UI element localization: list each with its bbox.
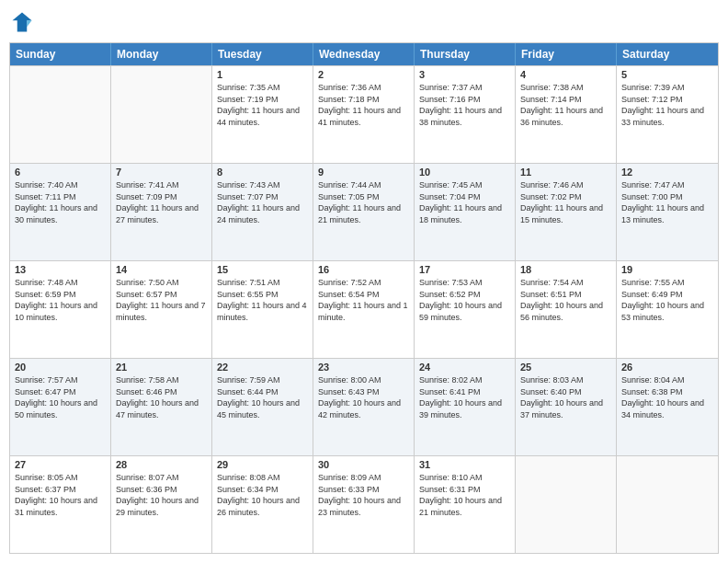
cell-info: Sunrise: 7:43 AM Sunset: 7:07 PM Dayligh… — [217, 179, 308, 225]
calendar-cell-1-0: 6Sunrise: 7:40 AM Sunset: 7:11 PM Daylig… — [10, 164, 111, 260]
cell-info: Sunrise: 7:51 AM Sunset: 6:55 PM Dayligh… — [217, 277, 308, 323]
cell-info: Sunrise: 8:03 AM Sunset: 6:40 PM Dayligh… — [520, 374, 611, 420]
calendar-cell-2-0: 13Sunrise: 7:48 AM Sunset: 6:59 PM Dayli… — [10, 261, 111, 358]
calendar-cell-3-0: 20Sunrise: 7:57 AM Sunset: 6:47 PM Dayli… — [10, 359, 111, 455]
cell-info: Sunrise: 7:54 AM Sunset: 6:51 PM Dayligh… — [520, 277, 611, 323]
cell-info: Sunrise: 7:36 AM Sunset: 7:18 PM Dayligh… — [318, 82, 409, 128]
day-number: 31 — [419, 459, 510, 470]
day-number: 21 — [116, 362, 207, 373]
calendar-cell-2-6: 19Sunrise: 7:55 AM Sunset: 6:49 PM Dayli… — [617, 261, 718, 358]
day-number: 28 — [116, 459, 207, 470]
day-number: 7 — [116, 167, 207, 178]
cell-info: Sunrise: 8:00 AM Sunset: 6:43 PM Dayligh… — [318, 374, 409, 420]
calendar-cell-3-4: 24Sunrise: 8:02 AM Sunset: 6:41 PM Dayli… — [415, 359, 516, 455]
calendar-cell-1-3: 9Sunrise: 7:44 AM Sunset: 7:05 PM Daylig… — [313, 164, 415, 260]
header-day-tuesday: Tuesday — [212, 43, 313, 65]
calendar-header: SundayMondayTuesdayWednesdayThursdayFrid… — [10, 43, 718, 65]
day-number: 13 — [15, 264, 106, 275]
calendar-cell-1-1: 7Sunrise: 7:41 AM Sunset: 7:09 PM Daylig… — [111, 164, 212, 260]
header — [9, 9, 719, 35]
calendar-cell-3-2: 22Sunrise: 7:59 AM Sunset: 6:44 PM Dayli… — [212, 359, 313, 455]
day-number: 22 — [217, 362, 308, 373]
cell-info: Sunrise: 8:05 AM Sunset: 6:37 PM Dayligh… — [15, 472, 106, 518]
cell-info: Sunrise: 7:47 AM Sunset: 7:00 PM Dayligh… — [621, 179, 713, 225]
day-number: 30 — [318, 459, 409, 470]
calendar: SundayMondayTuesdayWednesdayThursdayFrid… — [9, 42, 719, 554]
calendar-cell-4-6 — [617, 456, 718, 553]
calendar-cell-1-4: 10Sunrise: 7:45 AM Sunset: 7:04 PM Dayli… — [415, 164, 516, 260]
cell-info: Sunrise: 7:39 AM Sunset: 7:12 PM Dayligh… — [621, 82, 713, 128]
calendar-cell-4-0: 27Sunrise: 8:05 AM Sunset: 6:37 PM Dayli… — [10, 456, 111, 553]
day-number: 1 — [217, 69, 308, 80]
calendar-cell-4-2: 29Sunrise: 8:08 AM Sunset: 6:34 PM Dayli… — [212, 456, 313, 553]
calendar-cell-0-5: 4Sunrise: 7:38 AM Sunset: 7:14 PM Daylig… — [516, 66, 617, 163]
calendar-cell-0-6: 5Sunrise: 7:39 AM Sunset: 7:12 PM Daylig… — [617, 66, 718, 163]
day-number: 23 — [318, 362, 409, 373]
day-number: 12 — [621, 167, 713, 178]
calendar-cell-0-3: 2Sunrise: 7:36 AM Sunset: 7:18 PM Daylig… — [313, 66, 415, 163]
day-number: 6 — [15, 167, 106, 178]
cell-info: Sunrise: 7:52 AM Sunset: 6:54 PM Dayligh… — [318, 277, 409, 323]
calendar-cell-4-1: 28Sunrise: 8:07 AM Sunset: 6:36 PM Dayli… — [111, 456, 212, 553]
day-number: 19 — [621, 264, 713, 275]
cell-info: Sunrise: 8:09 AM Sunset: 6:33 PM Dayligh… — [318, 472, 409, 518]
cell-info: Sunrise: 7:53 AM Sunset: 6:52 PM Dayligh… — [419, 277, 510, 323]
header-day-saturday: Saturday — [617, 43, 718, 65]
cell-info: Sunrise: 7:46 AM Sunset: 7:02 PM Dayligh… — [520, 179, 611, 225]
calendar-row-3: 20Sunrise: 7:57 AM Sunset: 6:47 PM Dayli… — [10, 358, 718, 455]
page: SundayMondayTuesdayWednesdayThursdayFrid… — [0, 0, 728, 563]
cell-info: Sunrise: 7:40 AM Sunset: 7:11 PM Dayligh… — [15, 179, 106, 225]
calendar-cell-3-6: 26Sunrise: 8:04 AM Sunset: 6:38 PM Dayli… — [617, 359, 718, 455]
cell-info: Sunrise: 7:58 AM Sunset: 6:46 PM Dayligh… — [116, 374, 207, 420]
cell-info: Sunrise: 7:38 AM Sunset: 7:14 PM Dayligh… — [520, 82, 611, 128]
logo — [9, 9, 39, 35]
day-number: 2 — [318, 69, 409, 80]
calendar-cell-1-2: 8Sunrise: 7:43 AM Sunset: 7:07 PM Daylig… — [212, 164, 313, 260]
calendar-row-0: 1Sunrise: 7:35 AM Sunset: 7:19 PM Daylig… — [10, 65, 718, 163]
calendar-cell-3-1: 21Sunrise: 7:58 AM Sunset: 6:46 PM Dayli… — [111, 359, 212, 455]
day-number: 10 — [419, 167, 510, 178]
calendar-cell-2-3: 16Sunrise: 7:52 AM Sunset: 6:54 PM Dayli… — [313, 261, 415, 358]
calendar-cell-3-3: 23Sunrise: 8:00 AM Sunset: 6:43 PM Dayli… — [313, 359, 415, 455]
day-number: 5 — [621, 69, 713, 80]
header-day-thursday: Thursday — [415, 43, 516, 65]
cell-info: Sunrise: 7:45 AM Sunset: 7:04 PM Dayligh… — [419, 179, 510, 225]
cell-info: Sunrise: 7:44 AM Sunset: 7:05 PM Dayligh… — [318, 179, 409, 225]
calendar-cell-0-4: 3Sunrise: 7:37 AM Sunset: 7:16 PM Daylig… — [415, 66, 516, 163]
cell-info: Sunrise: 7:57 AM Sunset: 6:47 PM Dayligh… — [15, 374, 106, 420]
day-number: 24 — [419, 362, 510, 373]
calendar-cell-4-5 — [516, 456, 617, 553]
day-number: 18 — [520, 264, 611, 275]
calendar-row-2: 13Sunrise: 7:48 AM Sunset: 6:59 PM Dayli… — [10, 260, 718, 358]
calendar-cell-2-4: 17Sunrise: 7:53 AM Sunset: 6:52 PM Dayli… — [415, 261, 516, 358]
cell-info: Sunrise: 7:50 AM Sunset: 6:57 PM Dayligh… — [116, 277, 207, 323]
calendar-cell-1-6: 12Sunrise: 7:47 AM Sunset: 7:00 PM Dayli… — [617, 164, 718, 260]
day-number: 26 — [621, 362, 713, 373]
day-number: 14 — [116, 264, 207, 275]
calendar-cell-3-5: 25Sunrise: 8:03 AM Sunset: 6:40 PM Dayli… — [516, 359, 617, 455]
logo-icon — [9, 9, 35, 35]
calendar-cell-2-1: 14Sunrise: 7:50 AM Sunset: 6:57 PM Dayli… — [111, 261, 212, 358]
header-day-monday: Monday — [111, 43, 212, 65]
cell-info: Sunrise: 8:08 AM Sunset: 6:34 PM Dayligh… — [217, 472, 308, 518]
cell-info: Sunrise: 7:48 AM Sunset: 6:59 PM Dayligh… — [15, 277, 106, 323]
cell-info: Sunrise: 7:37 AM Sunset: 7:16 PM Dayligh… — [419, 82, 510, 128]
header-day-sunday: Sunday — [10, 43, 111, 65]
calendar-cell-2-5: 18Sunrise: 7:54 AM Sunset: 6:51 PM Dayli… — [516, 261, 617, 358]
day-number: 3 — [419, 69, 510, 80]
day-number: 29 — [217, 459, 308, 470]
day-number: 20 — [15, 362, 106, 373]
header-day-friday: Friday — [516, 43, 617, 65]
cell-info: Sunrise: 8:10 AM Sunset: 6:31 PM Dayligh… — [419, 472, 510, 518]
day-number: 25 — [520, 362, 611, 373]
calendar-cell-0-0 — [10, 66, 111, 163]
day-number: 8 — [217, 167, 308, 178]
calendar-cell-4-3: 30Sunrise: 8:09 AM Sunset: 6:33 PM Dayli… — [313, 456, 415, 553]
calendar-row-1: 6Sunrise: 7:40 AM Sunset: 7:11 PM Daylig… — [10, 163, 718, 260]
calendar-cell-1-5: 11Sunrise: 7:46 AM Sunset: 7:02 PM Dayli… — [516, 164, 617, 260]
day-number: 27 — [15, 459, 106, 470]
cell-info: Sunrise: 8:04 AM Sunset: 6:38 PM Dayligh… — [621, 374, 713, 420]
calendar-cell-2-2: 15Sunrise: 7:51 AM Sunset: 6:55 PM Dayli… — [212, 261, 313, 358]
cell-info: Sunrise: 7:55 AM Sunset: 6:49 PM Dayligh… — [621, 277, 713, 323]
cell-info: Sunrise: 7:41 AM Sunset: 7:09 PM Dayligh… — [116, 179, 207, 225]
